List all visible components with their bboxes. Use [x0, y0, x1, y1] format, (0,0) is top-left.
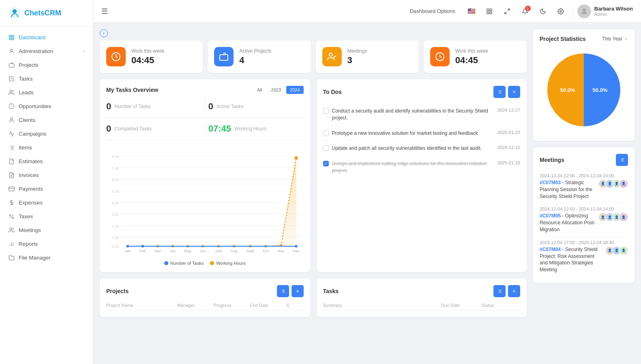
legend-dot-hours: [210, 261, 214, 265]
meeting-code-1[interactable]: #C07M03: [540, 180, 561, 185]
projects-add-button[interactable]: [292, 285, 304, 297]
stat-value-1: 04:45: [131, 55, 164, 66]
sidebar-item-clients[interactable]: Clients: [0, 113, 93, 127]
svg-rect-3: [12, 35, 13, 36]
sidebar-item-tasks[interactable]: Tasks: [0, 72, 93, 85]
meetings-list-button[interactable]: [616, 154, 628, 166]
todos-actions: [493, 86, 520, 98]
tasks-overview-panel: My Tasks Overview All 2023 2024 0 Nu: [100, 79, 310, 272]
todo-text-4: Design and implement cutting-edge soluti…: [332, 160, 491, 174]
sidebar-item-estimates[interactable]: Estimates: [0, 154, 93, 168]
sidebar-nav: Dashboard Administration › Projects: [0, 26, 93, 364]
sidebar-item-administration[interactable]: Administration ›: [0, 44, 93, 58]
year-tab-2024[interactable]: 2024: [286, 86, 303, 94]
user-check-icon: [322, 47, 342, 66]
clock-icon-1: [106, 47, 126, 66]
tasks-panel-title: Tasks: [323, 288, 339, 294]
svg-rect-21: [9, 187, 14, 191]
projects-icon: [8, 62, 15, 68]
tasks-list-button[interactable]: [493, 285, 506, 297]
meeting-title-1: #C07M03 - Strategic Planning Session for…: [540, 179, 628, 200]
sidebar-item-payments[interactable]: Payments: [0, 182, 93, 196]
settings-icon[interactable]: [554, 5, 567, 18]
projects-panel: Projects Project Name: [100, 279, 310, 317]
stat-card-work-week-1: Work this week 04:45: [100, 40, 203, 73]
todo-checkbox-2[interactable]: [323, 130, 329, 136]
todos-add-button[interactable]: [508, 86, 520, 98]
sidebar-item-items[interactable]: Items: [0, 140, 93, 154]
tasks-icon: [8, 75, 15, 82]
col-summary: Summary: [323, 303, 439, 308]
sidebar-item-expenses[interactable]: Expenses: [0, 196, 93, 209]
sidebar-item-label: Administration: [19, 48, 54, 54]
svg-rect-32: [490, 9, 492, 11]
meeting-avatars-3: 👤 👤 👤: [605, 246, 628, 255]
sidebar-item-invoices[interactable]: Invoices: [0, 168, 93, 182]
pie-chart-container: 50.0% 50.0%: [540, 45, 628, 134]
svg-line-36: [505, 12, 507, 14]
working-hours-value: 07:45: [208, 123, 231, 134]
num-tasks-label: Number of Tasks: [114, 104, 151, 109]
content-area: i Work this week 04:45: [93, 23, 641, 364]
grid-icon[interactable]: [483, 5, 496, 18]
svg-text:7.00: 7.00: [111, 166, 119, 170]
meeting-time-2: 2024-12-04 12:00 - 2024-12-04 14:00: [540, 206, 628, 211]
sidebar-item-dashboard[interactable]: Dashboard: [0, 30, 93, 44]
meeting-title-3: #C07M04 - Security Shield Project: Risk …: [540, 246, 628, 273]
year-tab-2023[interactable]: 2023: [268, 86, 285, 94]
meeting-item-2: 2024-12-04 12:00 - 2024-12-04 14:00 #C07…: [540, 203, 628, 236]
taxes-icon: [8, 213, 15, 219]
sidebar: ChetsCRM Dashboard Administration ›: [0, 0, 93, 364]
projects-list-button[interactable]: [277, 285, 289, 297]
avatar: [577, 4, 591, 18]
meeting-code-2[interactable]: #C07M05: [540, 213, 561, 219]
user-profile[interactable]: Barbara Wilson Admin: [572, 4, 633, 18]
svg-text:8.00: 8.00: [111, 154, 119, 159]
avatar-8: 👤: [619, 213, 628, 221]
svg-text:0.00: 0.00: [111, 244, 119, 249]
todos-list-button[interactable]: [493, 86, 506, 98]
tasks-add-button[interactable]: [508, 285, 520, 297]
tasks-overview-header: My Tasks Overview All 2023 2024: [106, 86, 304, 94]
svg-point-37: [560, 11, 562, 12]
svg-point-85: [294, 156, 298, 160]
chevron-right-icon: ›: [83, 49, 85, 53]
svg-text:Jun: Jun: [199, 249, 206, 253]
notification-icon[interactable]: 1: [519, 5, 532, 18]
sidebar-item-label: Payments: [19, 186, 43, 192]
pie-chart-svg: 50.0% 50.0%: [543, 49, 624, 130]
svg-point-26: [12, 217, 13, 218]
svg-point-41: [329, 53, 332, 56]
sidebar-item-projects[interactable]: Projects: [0, 58, 93, 72]
projects-actions: [277, 285, 304, 297]
todo-checkbox-3[interactable]: [323, 145, 329, 151]
sidebar-item-leads[interactable]: Leads: [0, 85, 93, 99]
user-role: Admin: [594, 12, 633, 17]
avatar-4: 👤: [619, 179, 628, 188]
tasks-panel: Tasks Summary: [317, 279, 527, 317]
fullscreen-icon[interactable]: [501, 5, 514, 18]
hamburger-icon[interactable]: ☰: [101, 7, 108, 16]
info-icon[interactable]: i: [100, 29, 108, 37]
svg-text:Feb: Feb: [139, 249, 146, 253]
flag-icon[interactable]: 🇺🇸: [465, 5, 478, 18]
meeting-code-3[interactable]: #C07M04: [540, 247, 561, 252]
sidebar-item-opportunities[interactable]: Opportunities: [0, 99, 93, 113]
sidebar-item-campaigns[interactable]: Campaigns: [0, 127, 93, 140]
svg-text:50.0%: 50.0%: [593, 87, 608, 93]
year-tab-all[interactable]: All: [253, 86, 266, 94]
sidebar-item-reports[interactable]: Reports: [0, 237, 93, 251]
sidebar-item-taxes[interactable]: Taxes: [0, 209, 93, 223]
meeting-avatars-1: 👤 👤 👤 👤: [598, 179, 628, 188]
expenses-icon: [8, 199, 15, 206]
sidebar-item-filemanager[interactable]: File Manager: [0, 251, 93, 264]
svg-text:3.00: 3.00: [111, 212, 119, 217]
todo-checkbox-1[interactable]: [323, 108, 329, 114]
svg-rect-33: [487, 12, 489, 14]
todo-checkbox-4[interactable]: ✓: [323, 161, 329, 166]
projects-title: Projects: [106, 288, 129, 294]
sidebar-item-meetings[interactable]: Meetings: [0, 223, 93, 237]
sidebar-logo: ChetsCRM: [0, 0, 93, 26]
year-select[interactable]: This Year: [602, 36, 628, 42]
darkmode-icon[interactable]: [536, 5, 549, 18]
